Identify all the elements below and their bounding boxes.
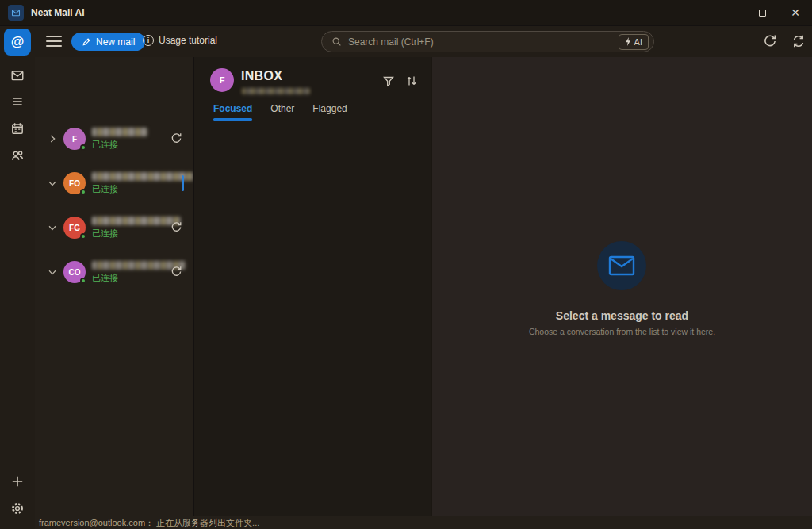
presence-dot — [80, 278, 86, 284]
account-refresh-icon[interactable] — [170, 132, 182, 144]
mailbox-email-redacted — [242, 88, 310, 94]
empty-state-circle — [597, 241, 646, 290]
mailbox-avatar: F — [210, 68, 234, 92]
info-icon: i — [143, 35, 154, 46]
search-input[interactable] — [348, 36, 619, 48]
account-refresh-icon[interactable] — [170, 221, 182, 233]
account-avatar: CO — [63, 261, 86, 283]
app-home-button[interactable]: @ — [4, 29, 31, 56]
search-bar[interactable]: AI — [321, 31, 654, 52]
contacts-nav-icon[interactable] — [10, 148, 25, 163]
search-icon — [331, 36, 342, 47]
app-logo-icon — [8, 5, 24, 21]
lightning-icon — [625, 37, 632, 46]
mailbox-tabs: Focused Other Flagged — [213, 103, 347, 119]
list-nav-icon[interactable] — [10, 94, 25, 109]
presence-dot — [80, 189, 86, 195]
new-mail-button[interactable]: New mail — [71, 33, 145, 51]
message-list-panel: F INBOX Focused Other Flagged — [193, 57, 431, 516]
account-avatar: FO — [63, 172, 86, 194]
account-avatar: FG — [63, 217, 86, 239]
mailbox-title: INBOX — [241, 69, 282, 83]
usage-tutorial-button[interactable]: i Usage tutorial — [143, 35, 217, 46]
account-row-selected[interactable]: FO 已连接 — [35, 165, 193, 201]
tab-other[interactable]: Other — [270, 103, 294, 119]
tab-flagged[interactable]: Flagged — [312, 103, 347, 119]
chevron-down-icon[interactable] — [47, 178, 58, 189]
account-status: 已连接 — [92, 183, 193, 195]
new-mail-label: New mail — [96, 36, 135, 48]
account-name-redacted — [92, 217, 181, 225]
account-name-redacted — [92, 128, 147, 136]
menu-icon[interactable] — [46, 36, 62, 47]
pencil-icon — [82, 37, 91, 47]
maximize-button[interactable] — [745, 0, 779, 25]
selection-indicator — [182, 175, 184, 191]
filter-icon[interactable] — [382, 75, 395, 87]
empty-state-subtitle: Choose a conversation from the list to v… — [529, 327, 715, 336]
account-row[interactable]: FG 已连接 — [35, 209, 193, 246]
mail-nav-icon[interactable] — [10, 68, 25, 82]
tab-focused[interactable]: Focused — [213, 103, 252, 119]
sort-icon[interactable] — [405, 75, 418, 87]
reload-icon[interactable] — [763, 34, 777, 48]
account-name-redacted — [92, 172, 193, 181]
usage-tutorial-label: Usage tutorial — [159, 35, 217, 46]
account-row[interactable]: CO 已连接 — [35, 254, 193, 290]
status-bar: frameversion@outlook.com： 正在从服务器列出文件夹... — [35, 516, 812, 529]
presence-dot — [80, 144, 86, 151]
chevron-down-icon[interactable] — [47, 266, 58, 278]
chevron-right-icon[interactable] — [47, 133, 58, 144]
accounts-panel: F 已连接 FO 已连接 FG — [35, 57, 193, 516]
mailbox-header: F INBOX Focused Other Flagged — [194, 57, 431, 121]
titlebar: Neat Mail AI ✕ — [0, 0, 812, 25]
reading-pane: Select a message to read Choose a conver… — [432, 57, 812, 516]
account-refresh-icon[interactable] — [170, 266, 182, 278]
settings-gear-icon[interactable] — [10, 501, 25, 516]
sync-icon[interactable] — [791, 34, 806, 48]
close-button[interactable]: ✕ — [779, 0, 812, 25]
account-status: 已连接 — [92, 139, 147, 151]
presence-dot — [80, 233, 86, 240]
ai-label: AI — [634, 37, 642, 47]
window-title: Neat Mail AI — [31, 7, 85, 18]
minimize-button[interactable] — [712, 0, 745, 25]
account-status: 已连接 — [92, 228, 181, 240]
account-avatar: F — [63, 128, 86, 150]
empty-state-title: Select a message to read — [556, 309, 688, 322]
calendar-nav-icon[interactable] — [10, 121, 25, 136]
envelope-icon — [608, 255, 635, 276]
chevron-down-icon[interactable] — [47, 222, 58, 233]
ai-search-button[interactable]: AI — [619, 34, 649, 50]
account-row[interactable]: F 已连接 — [35, 121, 193, 157]
add-account-icon[interactable] — [10, 474, 25, 489]
status-text: frameversion@outlook.com： 正在从服务器列出文件夹... — [39, 517, 259, 529]
